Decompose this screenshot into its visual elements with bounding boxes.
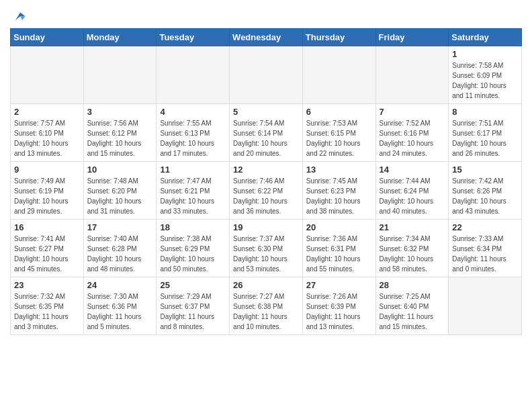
day-info: Sunrise: 7:48 AM Sunset: 6:20 PM Dayligh… bbox=[87, 176, 153, 216]
calendar-cell: 19Sunrise: 7:37 AM Sunset: 6:30 PM Dayli… bbox=[230, 220, 303, 277]
day-number: 20 bbox=[306, 222, 372, 232]
day-number: 6 bbox=[306, 107, 372, 117]
calendar-cell: 24Sunrise: 7:30 AM Sunset: 6:36 PM Dayli… bbox=[83, 277, 157, 335]
day-info: Sunrise: 7:30 AM Sunset: 6:36 PM Dayligh… bbox=[87, 291, 153, 332]
calendar-cell: 15Sunrise: 7:42 AM Sunset: 6:26 PM Dayli… bbox=[449, 162, 522, 220]
calendar-cell: 9Sunrise: 7:49 AM Sunset: 6:19 PM Daylig… bbox=[11, 162, 84, 220]
calendar-cell bbox=[230, 46, 303, 104]
calendar-cell: 4Sunrise: 7:55 AM Sunset: 6:13 PM Daylig… bbox=[157, 104, 230, 162]
day-number: 8 bbox=[452, 107, 518, 117]
calendar-cell bbox=[449, 277, 522, 335]
day-number: 2 bbox=[14, 107, 80, 117]
day-number: 4 bbox=[160, 107, 226, 117]
calendar-cell: 3Sunrise: 7:56 AM Sunset: 6:12 PM Daylig… bbox=[83, 104, 157, 162]
day-number: 7 bbox=[380, 107, 445, 117]
calendar-cell: 7Sunrise: 7:52 AM Sunset: 6:16 PM Daylig… bbox=[375, 104, 449, 162]
day-number: 27 bbox=[306, 280, 372, 290]
day-info: Sunrise: 7:34 AM Sunset: 6:32 PM Dayligh… bbox=[380, 234, 445, 274]
calendar-cell: 26Sunrise: 7:27 AM Sunset: 6:38 PM Dayli… bbox=[230, 277, 303, 335]
weekday-header-row: SundayMondayTuesdayWednesdayThursdayFrid… bbox=[11, 29, 522, 46]
calendar-cell: 17Sunrise: 7:40 AM Sunset: 6:28 PM Dayli… bbox=[83, 220, 157, 277]
day-info: Sunrise: 7:52 AM Sunset: 6:16 PM Dayligh… bbox=[380, 118, 445, 158]
calendar-cell: 27Sunrise: 7:26 AM Sunset: 6:39 PM Dayli… bbox=[302, 277, 375, 335]
calendar-cell: 22Sunrise: 7:33 AM Sunset: 6:34 PM Dayli… bbox=[449, 220, 522, 277]
day-number: 18 bbox=[160, 222, 226, 232]
weekday-header-saturday: Saturday bbox=[449, 29, 522, 46]
week-row-5: 23Sunrise: 7:32 AM Sunset: 6:35 PM Dayli… bbox=[11, 277, 522, 335]
day-number: 5 bbox=[233, 107, 299, 117]
day-number: 15 bbox=[452, 165, 518, 175]
calendar-cell bbox=[302, 46, 375, 104]
day-info: Sunrise: 7:55 AM Sunset: 6:13 PM Dayligh… bbox=[160, 118, 226, 158]
calendar-cell: 2Sunrise: 7:57 AM Sunset: 6:10 PM Daylig… bbox=[11, 104, 84, 162]
calendar-cell bbox=[83, 46, 157, 104]
calendar-cell bbox=[11, 46, 84, 104]
day-info: Sunrise: 7:33 AM Sunset: 6:34 PM Dayligh… bbox=[452, 234, 518, 274]
day-number: 14 bbox=[380, 165, 445, 175]
calendar-cell: 23Sunrise: 7:32 AM Sunset: 6:35 PM Dayli… bbox=[11, 277, 84, 335]
calendar-cell bbox=[157, 46, 230, 104]
day-number: 13 bbox=[306, 165, 372, 175]
day-number: 21 bbox=[380, 222, 445, 232]
day-info: Sunrise: 7:40 AM Sunset: 6:28 PM Dayligh… bbox=[87, 234, 153, 274]
day-info: Sunrise: 7:41 AM Sunset: 6:27 PM Dayligh… bbox=[14, 234, 80, 274]
week-row-3: 9Sunrise: 7:49 AM Sunset: 6:19 PM Daylig… bbox=[11, 162, 522, 220]
svg-marker-1 bbox=[20, 16, 25, 20]
header bbox=[10, 7, 522, 24]
calendar-cell: 10Sunrise: 7:48 AM Sunset: 6:20 PM Dayli… bbox=[83, 162, 157, 220]
day-number: 1 bbox=[452, 49, 518, 59]
calendar-cell: 18Sunrise: 7:38 AM Sunset: 6:29 PM Dayli… bbox=[157, 220, 230, 277]
day-number: 3 bbox=[87, 107, 153, 117]
day-number: 26 bbox=[233, 280, 299, 290]
day-info: Sunrise: 7:36 AM Sunset: 6:31 PM Dayligh… bbox=[306, 234, 372, 274]
day-info: Sunrise: 7:29 AM Sunset: 6:37 PM Dayligh… bbox=[160, 291, 226, 332]
day-info: Sunrise: 7:38 AM Sunset: 6:29 PM Dayligh… bbox=[160, 234, 226, 274]
weekday-header-wednesday: Wednesday bbox=[230, 29, 303, 46]
weekday-header-monday: Monday bbox=[83, 29, 157, 46]
week-row-2: 2Sunrise: 7:57 AM Sunset: 6:10 PM Daylig… bbox=[11, 104, 522, 162]
day-number: 16 bbox=[14, 222, 80, 232]
page: SundayMondayTuesdayWednesdayThursdayFrid… bbox=[0, 0, 532, 411]
day-info: Sunrise: 7:37 AM Sunset: 6:30 PM Dayligh… bbox=[233, 234, 299, 274]
logo-bird-icon bbox=[11, 9, 26, 24]
day-info: Sunrise: 7:58 AM Sunset: 6:09 PM Dayligh… bbox=[452, 60, 518, 101]
day-info: Sunrise: 7:51 AM Sunset: 6:17 PM Dayligh… bbox=[452, 118, 518, 158]
calendar-cell: 14Sunrise: 7:44 AM Sunset: 6:24 PM Dayli… bbox=[375, 162, 449, 220]
day-number: 28 bbox=[380, 280, 445, 290]
day-info: Sunrise: 7:45 AM Sunset: 6:23 PM Dayligh… bbox=[306, 176, 372, 216]
calendar-cell: 5Sunrise: 7:54 AM Sunset: 6:14 PM Daylig… bbox=[230, 104, 303, 162]
calendar-cell: 1Sunrise: 7:58 AM Sunset: 6:09 PM Daylig… bbox=[449, 46, 522, 104]
day-info: Sunrise: 7:47 AM Sunset: 6:21 PM Dayligh… bbox=[160, 176, 226, 216]
day-number: 23 bbox=[14, 280, 80, 290]
day-info: Sunrise: 7:25 AM Sunset: 6:40 PM Dayligh… bbox=[380, 291, 445, 332]
calendar-cell: 16Sunrise: 7:41 AM Sunset: 6:27 PM Dayli… bbox=[11, 220, 84, 277]
day-info: Sunrise: 7:49 AM Sunset: 6:19 PM Dayligh… bbox=[14, 176, 80, 216]
calendar-cell: 6Sunrise: 7:53 AM Sunset: 6:15 PM Daylig… bbox=[302, 104, 375, 162]
day-info: Sunrise: 7:54 AM Sunset: 6:14 PM Dayligh… bbox=[233, 118, 299, 158]
day-number: 10 bbox=[87, 165, 153, 175]
calendar-cell: 13Sunrise: 7:45 AM Sunset: 6:23 PM Dayli… bbox=[302, 162, 375, 220]
day-info: Sunrise: 7:26 AM Sunset: 6:39 PM Dayligh… bbox=[306, 291, 372, 332]
week-row-1: 1Sunrise: 7:58 AM Sunset: 6:09 PM Daylig… bbox=[11, 46, 522, 104]
calendar-cell: 12Sunrise: 7:46 AM Sunset: 6:22 PM Dayli… bbox=[230, 162, 303, 220]
day-number: 9 bbox=[14, 165, 80, 175]
weekday-header-sunday: Sunday bbox=[11, 29, 84, 46]
week-row-4: 16Sunrise: 7:41 AM Sunset: 6:27 PM Dayli… bbox=[11, 220, 522, 277]
day-number: 11 bbox=[160, 165, 226, 175]
day-number: 19 bbox=[233, 222, 299, 232]
calendar-cell bbox=[375, 46, 449, 104]
logo bbox=[10, 9, 26, 24]
day-number: 22 bbox=[452, 222, 518, 232]
calendar-cell: 28Sunrise: 7:25 AM Sunset: 6:40 PM Dayli… bbox=[375, 277, 449, 335]
day-number: 25 bbox=[160, 280, 226, 290]
day-info: Sunrise: 7:27 AM Sunset: 6:38 PM Dayligh… bbox=[233, 291, 299, 332]
day-info: Sunrise: 7:32 AM Sunset: 6:35 PM Dayligh… bbox=[14, 291, 80, 332]
day-number: 24 bbox=[87, 280, 153, 290]
weekday-header-tuesday: Tuesday bbox=[157, 29, 230, 46]
day-info: Sunrise: 7:46 AM Sunset: 6:22 PM Dayligh… bbox=[233, 176, 299, 216]
calendar-cell: 21Sunrise: 7:34 AM Sunset: 6:32 PM Dayli… bbox=[375, 220, 449, 277]
day-number: 12 bbox=[233, 165, 299, 175]
day-info: Sunrise: 7:42 AM Sunset: 6:26 PM Dayligh… bbox=[452, 176, 518, 216]
calendar-cell: 8Sunrise: 7:51 AM Sunset: 6:17 PM Daylig… bbox=[449, 104, 522, 162]
day-info: Sunrise: 7:56 AM Sunset: 6:12 PM Dayligh… bbox=[87, 118, 153, 158]
